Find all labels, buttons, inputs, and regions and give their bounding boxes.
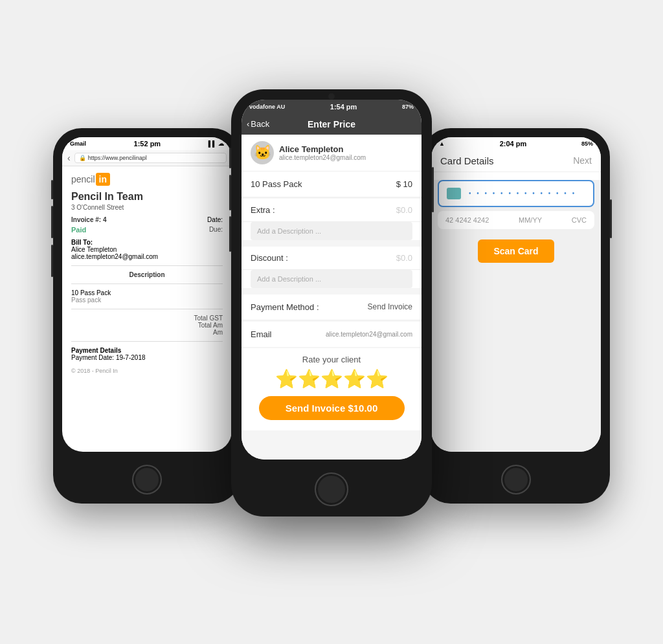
- center-time: 1:54 pm: [330, 103, 357, 111]
- invoice-number: Invoice #: 4 Date:: [71, 216, 223, 223]
- logo-box: in: [96, 173, 110, 186]
- user-name: Alice Templeton: [279, 144, 366, 154]
- phone-right: ▲ 2:04 pm 85% Card Details Next • • • • …: [422, 128, 610, 504]
- phone-left: Gmail 1:52 pm ▌▌ ☁ ‹ 🔒 https://www.penci…: [53, 128, 241, 504]
- email-value: alice.templeton24@gmail.com: [326, 331, 412, 338]
- card-number-dots: • • • • • • • • • • • • • •: [469, 190, 576, 197]
- email-label: Email: [251, 329, 272, 339]
- card-number-field[interactable]: • • • • • • • • • • • • • •: [438, 180, 594, 207]
- scan-card-button[interactable]: Scan Card: [478, 239, 554, 263]
- card-sub-fields: 42 4242 4242 MM/YY CVC: [438, 211, 594, 229]
- phone-center: vodafone AU 1:54 pm 87% ‹ Back Enter Pri…: [231, 89, 432, 516]
- browser-bar: ‹ 🔒 https://www.pencilinapl: [62, 150, 232, 166]
- right-time: 2:04 pm: [500, 140, 527, 148]
- invoice-bill-to: Bill To: Alice Templeton alice.templeton…: [71, 239, 223, 260]
- center-carrier: vodafone AU: [249, 104, 285, 110]
- payment-method-row: Payment Method : Send Invoice: [242, 294, 421, 320]
- back-label: Back: [251, 119, 269, 129]
- invoice-content: pencil in Pencil In Team 3 O'Connell Str…: [62, 166, 232, 381]
- invoice-desc-header: Description: [71, 271, 223, 278]
- invoice-payment: Payment Details Payment Date: 19-7-2018: [71, 347, 223, 361]
- enter-price-screen: 🐱 Alice Templeton alice.templeton24@gmai…: [242, 135, 421, 460]
- back-button[interactable]: ‹ Back: [247, 119, 269, 129]
- chevron-left-icon: ‹: [247, 119, 249, 129]
- discount-row: Discount : $0.0: [242, 247, 421, 270]
- right-wifi-icon: ▲: [439, 140, 445, 147]
- invoice-status: Paid Due:: [71, 226, 223, 234]
- user-email: alice.templeton24@gmail.com: [279, 154, 366, 161]
- center-battery: 87%: [402, 104, 414, 110]
- next-button[interactable]: Next: [573, 155, 592, 166]
- price-item-label: 10 Pass Pack: [251, 179, 302, 189]
- center-home-button[interactable]: [315, 472, 348, 506]
- right-status-bar: ▲ 2:04 pm 85%: [431, 137, 601, 150]
- invoice-item: 10 Pass Pack Pass pack: [71, 289, 223, 304]
- discount-section: Discount : $0.0 Add a Description ...: [242, 247, 421, 288]
- extra-value: $0.0: [396, 205, 412, 215]
- right-battery: 85%: [581, 140, 593, 147]
- card-chip-icon: [447, 188, 461, 199]
- extra-input[interactable]: Add a Description ...: [251, 222, 412, 240]
- payment-method-value: Send Invoice: [368, 302, 412, 311]
- left-battery-area: ▌▌ ☁: [208, 140, 224, 147]
- rate-section: Rate your client ⭐⭐⭐⭐⭐ Send Invoice $10.…: [242, 348, 421, 430]
- stars-display[interactable]: ⭐⭐⭐⭐⭐: [251, 368, 412, 390]
- center-nav-bar: ‹ Back Enter Price: [242, 114, 421, 135]
- center-phone-screen: vodafone AU 1:54 pm 87% ‹ Back Enter Pri…: [242, 100, 421, 460]
- left-home-button[interactable]: [132, 465, 162, 494]
- left-phone-screen: Gmail 1:52 pm ▌▌ ☁ ‹ 🔒 https://www.penci…: [62, 137, 232, 452]
- center-status-bar: vodafone AU 1:54 pm 87%: [242, 100, 421, 114]
- payment-method-label: Payment Method :: [251, 302, 319, 312]
- browser-back[interactable]: ‹: [67, 153, 71, 163]
- extra-section: Extra : $0.0 Add a Description ...: [242, 199, 421, 240]
- right-home-button[interactable]: [501, 465, 531, 494]
- lock-icon: 🔒: [79, 155, 86, 161]
- user-info: Alice Templeton alice.templeton24@gmail.…: [279, 144, 366, 161]
- right-phone-screen: ▲ 2:04 pm 85% Card Details Next • • • • …: [431, 137, 601, 452]
- card-expiry-field[interactable]: MM/YY: [519, 216, 542, 224]
- card-cvc-field[interactable]: CVC: [572, 216, 587, 224]
- card-nav: Card Details Next: [431, 150, 601, 172]
- extra-row: Extra : $0.0: [242, 199, 421, 222]
- url-bar[interactable]: 🔒 https://www.pencilinapl: [74, 153, 227, 163]
- card-details-screen: • • • • • • • • • • • • • • 42 4242 4242…: [431, 180, 601, 452]
- price-item-value: $ 10: [396, 179, 412, 189]
- invoice-company: Pencil In Team: [71, 191, 223, 203]
- extra-label: Extra :: [251, 205, 275, 215]
- rate-title: Rate your client: [251, 355, 412, 364]
- invoice-totals: Total GST Total Am Am: [71, 315, 223, 336]
- card-number-placeholder[interactable]: 42 4242 4242: [445, 216, 489, 224]
- pencil-logo: pencil in: [71, 173, 223, 186]
- price-row: 10 Pass Pack $ 10: [242, 172, 421, 197]
- send-invoice-button[interactable]: Send Invoice $10.00: [259, 396, 405, 420]
- left-time: 1:52 pm: [134, 140, 161, 148]
- center-camera: [328, 93, 335, 100]
- nav-title: Enter Price: [308, 119, 355, 129]
- card-details-title: Card Details: [440, 155, 494, 166]
- user-section: 🐱 Alice Templeton alice.templeton24@gmai…: [242, 135, 421, 172]
- logo-text: pencil: [71, 174, 95, 184]
- left-status-bar: Gmail 1:52 pm ▌▌ ☁: [62, 137, 232, 150]
- user-avatar: 🐱: [251, 141, 274, 164]
- discount-label: Discount :: [251, 253, 288, 263]
- left-carrier: Gmail: [70, 140, 86, 147]
- invoice-address: 3 O'Connell Street: [71, 204, 223, 211]
- url-text: https://www.pencilinapl: [88, 155, 147, 161]
- discount-value: $0.0: [396, 253, 412, 263]
- discount-input[interactable]: Add a Description ...: [251, 270, 412, 288]
- invoice-footer: © 2018 - Pencil In: [71, 368, 223, 374]
- email-row: Email alice.templeton24@gmail.com: [242, 322, 421, 347]
- phones-container: Gmail 1:52 pm ▌▌ ☁ ‹ 🔒 https://www.penci…: [40, 38, 623, 607]
